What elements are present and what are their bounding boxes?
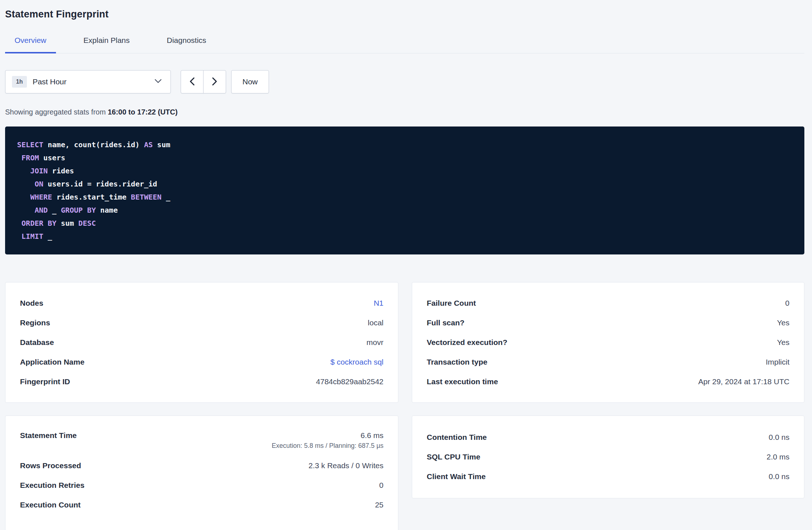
sql-line: LIMIT _ [17, 230, 792, 243]
sql-keyword: AS [144, 140, 153, 149]
stats-cards: Nodes N1 Regions local Database movr App… [5, 282, 804, 530]
row-label: Statement Time [20, 431, 77, 440]
row-label: Execution Retries [20, 481, 84, 490]
sql-text: sum [56, 219, 78, 228]
sql-keyword: FROM [21, 153, 39, 162]
sql-line: FROM users [17, 151, 792, 164]
sql-keyword: GROUP BY [61, 206, 96, 214]
sql-text: name, count(rides.id) [43, 140, 144, 149]
nodes-row: Nodes N1 [20, 293, 383, 313]
row-label: Contention Time [427, 433, 487, 442]
tab-overview[interactable]: Overview [5, 36, 56, 53]
sql-text: _ [161, 193, 170, 201]
sql-cpu-time-row: SQL CPU Time 2.0 ms [427, 447, 789, 467]
wait-time-card: Contention Time 0.0 ns SQL CPU Time 2.0 … [412, 415, 804, 498]
stats-caption: Showing aggregated stats from 16:00 to 1… [5, 108, 804, 116]
sql-text: rides [48, 166, 74, 175]
row-label: Vectorized execution? [427, 338, 507, 347]
sql-text: name [96, 206, 118, 214]
tab-bar: Overview Explain Plans Diagnostics [5, 36, 804, 53]
sql-keyword: BETWEEN [131, 193, 161, 201]
sql-line: ON users.id = rides.rider_id [17, 177, 792, 190]
row-value: movr [366, 338, 383, 347]
page-title: Statement Fingerprint [5, 9, 804, 20]
sql-line: ORDER BY sum DESC [17, 217, 792, 230]
sql-text [17, 166, 30, 175]
sql-text [17, 180, 35, 188]
chevron-down-icon [154, 79, 162, 85]
tab-diagnostics[interactable]: Diagnostics [157, 36, 216, 53]
sql-line: JOIN rides [17, 164, 792, 177]
row-label: Execution Count [20, 501, 81, 509]
application-name-link[interactable]: $ cockroach sql [330, 358, 383, 366]
row-value: 4784cb829aab2542 [316, 377, 383, 386]
row-value: 0 [379, 481, 383, 490]
sql-statement-box: SELECT name, count(rides.id) AS sum FROM… [5, 127, 804, 254]
time-range-select[interactable]: 1h Past Hour [5, 70, 171, 93]
row-value: Apr 29, 2024 at 17:18 UTC [698, 377, 789, 386]
row-value: 0 [785, 299, 789, 308]
next-interval-button[interactable] [203, 70, 226, 93]
sql-text: rides.start_time [52, 193, 131, 201]
sql-text: users [39, 153, 65, 162]
sql-keyword: LIMIT [21, 232, 43, 241]
row-label: Failure Count [427, 299, 476, 308]
row-label: Fingerprint ID [20, 377, 70, 386]
sql-keyword: SELECT [17, 140, 43, 149]
row-label: Regions [20, 318, 50, 327]
vectorized-execution-row: Vectorized execution? Yes [427, 333, 789, 352]
statement-details-card: Nodes N1 Regions local Database movr App… [5, 282, 398, 403]
chevron-right-icon [212, 77, 217, 87]
rows-processed-row: Rows Processed 2.3 k Reads / 0 Writes [20, 456, 383, 475]
row-label: Last execution time [427, 377, 498, 386]
sql-text: sum [153, 140, 170, 149]
time-controls: 1h Past Hour Now [5, 70, 804, 93]
row-label: Rows Processed [20, 461, 81, 470]
sql-line: SELECT name, count(rides.id) AS sum [17, 138, 792, 151]
row-label: Transaction type [427, 358, 487, 366]
row-value: 0.0 ns [769, 472, 789, 481]
row-value: 2.0 ms [767, 453, 789, 461]
row-label: SQL CPU Time [427, 453, 480, 461]
full-scan-row: Full scan? Yes [427, 313, 789, 333]
row-value: Yes [777, 318, 789, 327]
statement-time-row: Statement Time 6.6 ms Execution: 5.8 ms … [20, 427, 383, 456]
row-label: Application Name [20, 358, 84, 366]
sql-text: _ [48, 206, 61, 214]
sql-text: users.id = rides.rider_id [43, 180, 157, 188]
sql-line: WHERE rides.start_time BETWEEN _ [17, 190, 792, 204]
row-value: Yes [777, 338, 789, 347]
chevron-left-icon [189, 77, 195, 87]
previous-interval-button[interactable] [181, 70, 204, 93]
row-label: Client Wait Time [427, 472, 486, 481]
tab-explain-plans[interactable]: Explain Plans [74, 36, 139, 53]
now-button[interactable]: Now [231, 70, 269, 93]
fingerprint-id-row: Fingerprint ID 4784cb829aab2542 [20, 372, 383, 392]
sql-keyword: WHERE [30, 193, 52, 201]
statement-timing-card: Statement Time 6.6 ms Execution: 5.8 ms … [5, 415, 398, 530]
stats-caption-range: 16:00 to 17:22 (UTC) [108, 108, 177, 116]
sql-keyword: AND [35, 206, 48, 214]
statement-fingerprint-page: Statement Fingerprint Overview Explain P… [0, 0, 812, 530]
stats-caption-prefix: Showing aggregated stats from [5, 108, 108, 116]
sql-line: AND _ GROUP BY name [17, 204, 792, 217]
row-label: Database [20, 338, 54, 347]
sql-keyword: ON [35, 180, 43, 188]
client-wait-time-row: Client Wait Time 0.0 ns [427, 467, 789, 486]
transaction-type-row: Transaction type Implicit [427, 352, 789, 372]
row-value: local [368, 318, 383, 327]
execution-attributes-card: Failure Count 0 Full scan? Yes Vectorize… [412, 282, 804, 403]
sql-text [17, 219, 21, 228]
nodes-link[interactable]: N1 [374, 299, 383, 308]
row-value: 2.3 k Reads / 0 Writes [309, 461, 383, 470]
sql-text [17, 232, 21, 241]
contention-time-row: Contention Time 0.0 ns [427, 427, 789, 447]
sql-keyword: JOIN [30, 166, 48, 175]
execution-retries-row: Execution Retries 0 [20, 475, 383, 495]
sql-text [17, 153, 21, 162]
application-name-row: Application Name $ cockroach sql [20, 352, 383, 372]
statement-time-values: 6.6 ms Execution: 5.8 ms / Planning: 687… [272, 431, 383, 451]
row-value: 6.6 ms [361, 431, 383, 440]
row-value: 25 [375, 501, 383, 509]
last-execution-time-row: Last execution time Apr 29, 2024 at 17:1… [427, 372, 789, 392]
